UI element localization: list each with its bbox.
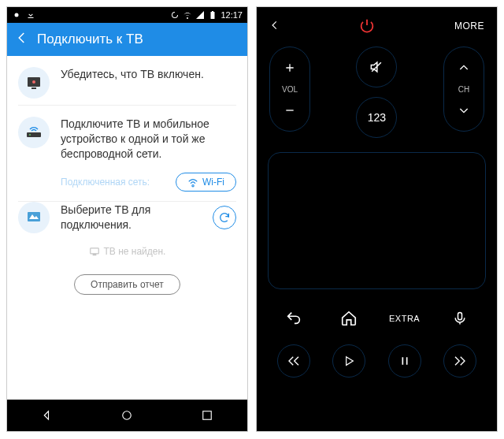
connected-network-label: Подключенная сеть: [61, 177, 150, 188]
svg-rect-9 [90, 248, 98, 254]
back-icon[interactable] [15, 31, 29, 49]
send-report-button[interactable]: Отправить отчет [74, 274, 180, 295]
play-button[interactable] [332, 344, 365, 378]
volume-down-button[interactable] [279, 99, 301, 121]
step-1: Убедитесь, что ТВ включен. [7, 56, 247, 105]
svg-point-0 [15, 13, 19, 17]
svg-rect-6 [27, 132, 41, 137]
tv-on-icon [18, 67, 50, 99]
tv-remote-screen: MORE VOL 123 [256, 6, 498, 432]
wifi-icon [187, 177, 198, 188]
forward-button[interactable] [443, 344, 476, 378]
remote-return-button[interactable] [277, 302, 310, 335]
connect-tv-screen: 12:17 Подключить к ТВ Убедитесь, что ТВ … [6, 6, 248, 432]
router-icon [18, 117, 50, 148]
remote-media-row [265, 340, 489, 382]
remote-controls: VOL 123 CH [265, 39, 489, 141]
numpad-label: 123 [368, 111, 386, 124]
content-area: Убедитесь, что ТВ включен. Подключите ТВ… [7, 56, 247, 400]
volume-rocker: VOL [269, 47, 310, 132]
remote-top-bar: MORE [265, 13, 489, 39]
send-report-label: Отправить отчет [91, 279, 164, 290]
channel-down-button[interactable] [453, 99, 475, 121]
volume-label: VOL [282, 85, 298, 94]
status-time: 12:17 [220, 10, 243, 20]
cast-icon [89, 246, 100, 257]
rewind-button[interactable] [277, 344, 310, 378]
wifi-button-label: Wi-Fi [202, 177, 224, 188]
step-2-text: Подключите ТВ и мобильное устройство к о… [61, 117, 236, 162]
sync-icon [170, 10, 180, 20]
volume-up-button[interactable] [279, 57, 301, 79]
android-nav-bar [7, 400, 247, 431]
channel-rocker: CH [443, 47, 484, 132]
refresh-button[interactable] [213, 206, 236, 229]
more-button[interactable]: MORE [454, 20, 484, 32]
svg-rect-1 [211, 12, 215, 19]
numpad-button[interactable]: 123 [356, 97, 397, 138]
tv-not-found: ТВ не найден. [7, 238, 247, 270]
pause-button[interactable] [388, 344, 421, 378]
select-tv-icon [18, 202, 50, 233]
mute-button[interactable] [356, 47, 397, 87]
nav-recent-icon[interactable] [198, 407, 216, 424]
signal-icon [195, 10, 205, 20]
app-bar: Подключить к ТВ [7, 23, 247, 56]
wifi-button[interactable]: Wi-Fi [176, 173, 236, 192]
status-bar: 12:17 [7, 7, 247, 23]
power-button[interactable] [358, 17, 376, 35]
remote-nav-row: EXTRA [265, 297, 489, 340]
wifi-status-icon [183, 10, 192, 20]
step-3: Выберите ТВ для подключения. [7, 202, 247, 238]
nav-home-icon[interactable] [118, 407, 135, 424]
app-title: Подключить к ТВ [37, 32, 143, 47]
svg-rect-2 [212, 11, 213, 12]
refresh-icon [218, 211, 231, 224]
svg-rect-10 [93, 254, 96, 255]
notification-icon [12, 10, 21, 20]
voice-button[interactable] [443, 302, 476, 335]
channel-up-button[interactable] [453, 57, 475, 79]
step-3-text: Выберите ТВ для подключения. [61, 203, 213, 231]
trackpad[interactable] [268, 152, 486, 289]
tv-not-found-label: ТВ не найден. [104, 246, 166, 257]
remote-home-button[interactable] [332, 302, 365, 335]
nav-back-icon[interactable] [39, 407, 56, 424]
svg-point-11 [123, 411, 132, 420]
extra-button[interactable]: EXTRA [388, 302, 421, 335]
svg-rect-12 [203, 411, 212, 420]
channel-label: CH [458, 85, 469, 94]
battery-icon [208, 10, 217, 20]
step-1-text: Убедитесь, что ТВ включен. [61, 67, 236, 99]
download-icon [26, 10, 35, 20]
svg-point-4 [32, 80, 35, 84]
svg-rect-5 [32, 87, 36, 89]
step-2: Подключите ТВ и мобильное устройство к о… [7, 106, 247, 168]
svg-rect-13 [458, 313, 461, 320]
remote-back-icon[interactable] [269, 18, 280, 35]
svg-point-7 [29, 134, 31, 136]
